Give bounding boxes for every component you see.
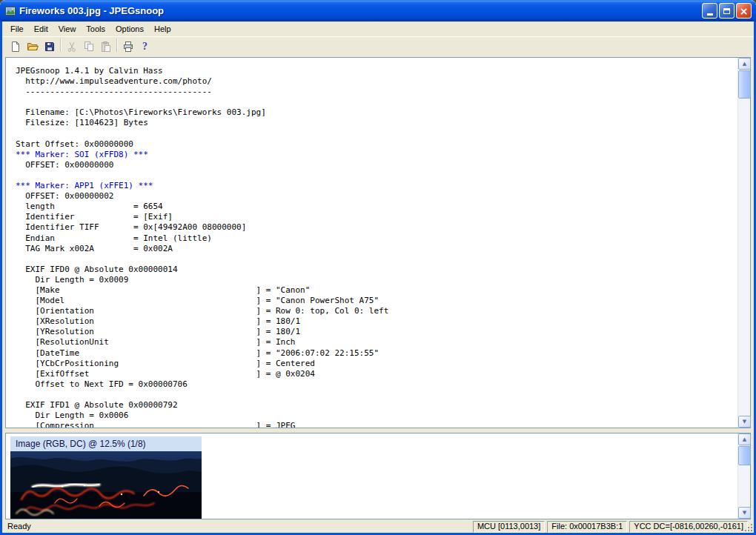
- log-line: *** Marker: SOI (xFFD8) ***: [16, 150, 737, 160]
- new-document-icon: [10, 41, 21, 53]
- menu-item-file[interactable]: File: [5, 23, 29, 35]
- log-line: [Make ] = "Canon": [16, 285, 737, 296]
- log-line: OFFSET: 0x00000002: [16, 191, 737, 202]
- status-ready-text: Ready: [7, 522, 31, 531]
- menu-item-edit[interactable]: Edit: [29, 23, 53, 35]
- status-ycc-panel: YCC DC=[-0816,00260,-0161]: [629, 521, 748, 533]
- log-line: [Model ] = "Canon PowerShot A75": [16, 296, 737, 306]
- log-line: length = 6654: [16, 202, 737, 212]
- window-title: Fireworks 003.jpg - JPEGsnoop: [19, 5, 164, 16]
- log-line: http://www.impulseadventure.com/photo/: [16, 76, 737, 87]
- log-line: Dir Length = 0x0006: [16, 411, 737, 421]
- close-icon: ×: [740, 6, 749, 16]
- log-line: [YResolution ] = 180/1: [16, 327, 737, 337]
- open-file-button[interactable]: [24, 39, 41, 55]
- scroll-up-button[interactable]: ▲: [738, 58, 751, 70]
- log-line: [DateTime ] = "2006:07:02 22:15:55": [16, 348, 737, 359]
- menu-item-options[interactable]: Options: [110, 23, 149, 35]
- preview-scrollbar-track[interactable]: ▲ ▼: [737, 433, 750, 519]
- scroll-up-button[interactable]: ▲: [738, 433, 751, 445]
- log-line: --------------------------------------: [16, 87, 737, 97]
- maximize-button[interactable]: [719, 3, 735, 19]
- cut-scissors-icon: [66, 41, 78, 53]
- menu-item-help[interactable]: Help: [149, 23, 176, 35]
- resize-grip[interactable]: [743, 522, 753, 532]
- print-button[interactable]: [119, 39, 136, 55]
- close-button[interactable]: ×: [736, 3, 752, 19]
- log-line: [Compression ] = JPEG: [16, 421, 737, 428]
- title-bar[interactable]: Fireworks 003.jpg - JPEGsnoop ×: [0, 0, 756, 21]
- log-line: TAG Mark x002A = 0x002A: [16, 244, 737, 254]
- scroll-thumb[interactable]: [738, 70, 751, 99]
- print-icon: [122, 41, 134, 53]
- copy-icon: [83, 41, 95, 53]
- log-line: Identifier TIFF = 0x[49492A00 08000000]: [16, 222, 737, 233]
- fireworks-thumbnail-image[interactable]: [10, 451, 202, 519]
- log-scrollbar-track[interactable]: ▲ ▼: [737, 58, 750, 428]
- log-pane: JPEGsnoop 1.4.1 by Calvin Hass http://ww…: [5, 57, 751, 428]
- help-question-icon: ?: [142, 41, 147, 53]
- log-line: JPEGsnoop 1.4.1 by Calvin Hass: [16, 66, 737, 76]
- paste-clipboard-icon: [100, 41, 112, 53]
- scroll-thumb[interactable]: [738, 446, 751, 465]
- menu-item-view[interactable]: View: [53, 23, 82, 35]
- maximize-icon: [723, 8, 730, 14]
- save-floppy-icon: [44, 41, 56, 53]
- log-line: [16, 254, 737, 265]
- about-help-button[interactable]: ?: [136, 39, 153, 55]
- minimize-icon: [707, 13, 713, 16]
- app-icon: [4, 5, 16, 17]
- menu-item-tools[interactable]: Tools: [81, 23, 110, 35]
- log-content: JPEGsnoop 1.4.1 by Calvin Hass http://ww…: [6, 58, 737, 428]
- log-line: [16, 97, 737, 107]
- log-line: Dir Length = 0x0009: [16, 275, 737, 285]
- log-line: [Orientation ] = Row 0: top, Col 0: left: [16, 306, 737, 316]
- log-line: EXIF IFD1 @ Absolute 0x00000792: [16, 400, 737, 411]
- log-line: Identifier = [Exif]: [16, 212, 737, 222]
- menu-bar: File Edit View Tools Options Help: [2, 21, 754, 36]
- cut-button: [63, 39, 80, 55]
- status-file-panel: File: 0x00017B3B:1: [547, 521, 627, 533]
- minimize-button[interactable]: [702, 3, 717, 19]
- status-mcu-panel: MCU [0113,0013]: [473, 521, 545, 533]
- status-bar: Ready MCU [0113,0013] File: 0x00017B3B:1…: [2, 520, 754, 533]
- scroll-down-button[interactable]: ▼: [738, 416, 751, 428]
- log-line: [16, 170, 737, 181]
- preview-header: Image (RGB, DC) @ 12.5% (1/8): [10, 436, 202, 451]
- log-line: Filesize: [1104623] Bytes: [16, 118, 737, 128]
- preview-pane: Image (RGB, DC) @ 12.5% (1/8): [5, 433, 751, 519]
- paste-button: [97, 39, 114, 55]
- log-line: [ExifOffset ] = @ 0x0204: [16, 369, 737, 379]
- log-line: [XResolution ] = 180/1: [16, 316, 737, 327]
- log-line: Start Offset: 0x00000000: [16, 139, 737, 150]
- toolbar: ?: [2, 36, 754, 56]
- toolbar-separator: [114, 39, 119, 55]
- toolbar-separator: [58, 39, 63, 55]
- log-line: OFFSET: 0x00000000: [16, 160, 737, 170]
- log-line: [ResolutionUnit ] = Inch: [16, 337, 737, 348]
- new-document-button[interactable]: [7, 39, 24, 55]
- app-window: Fireworks 003.jpg - JPEGsnoop × File Edi…: [0, 0, 756, 535]
- scroll-down-button[interactable]: ▼: [738, 507, 751, 519]
- log-line: Offset to Next IFD = 0x00000706: [16, 379, 737, 390]
- log-line: Endian = Intel (little): [16, 233, 737, 244]
- log-line: [16, 129, 737, 139]
- log-line: EXIF IFD0 @ Absolute 0x00000014: [16, 265, 737, 275]
- log-line: [16, 390, 737, 400]
- save-file-button[interactable]: [41, 39, 58, 55]
- log-line: [YCbCrPositioning ] = Centered: [16, 359, 737, 369]
- log-line: Filename: [C:\Photos\Fireworks\Fireworks…: [16, 107, 737, 118]
- open-folder-icon: [27, 41, 39, 53]
- window-border-left: [0, 21, 2, 535]
- log-line: *** Marker: APP1 (xFFE1) ***: [16, 181, 737, 191]
- copy-button: [80, 39, 97, 55]
